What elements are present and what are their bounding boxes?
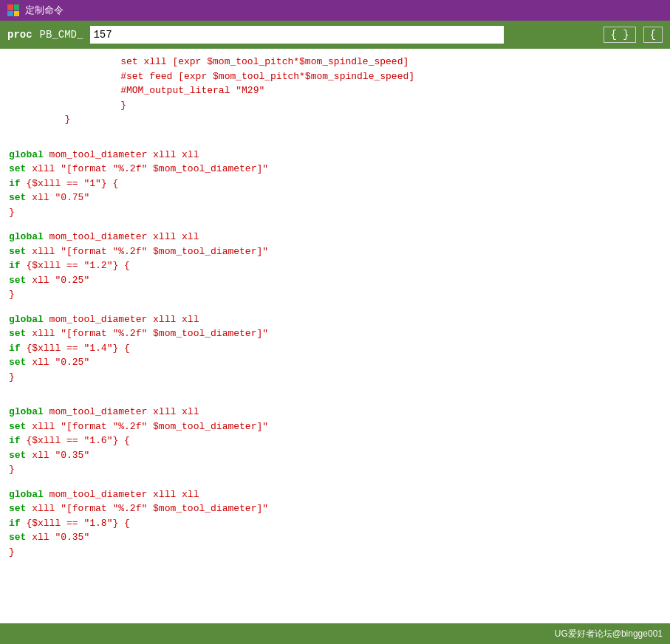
code-editor[interactable]: set xlll [expr $mom_tool_pitch*$mom_spin… [0,49,670,623]
code-line-empty [9,384,661,394]
code-line: global mom_tool_diameter xlll xll [9,312,661,327]
code-line: set xll "0.25" [9,355,661,370]
toolbar: proc PB_CMD_ { } { [0,21,670,49]
code-line: set xll "0.25" [9,273,661,288]
title-bar: 定制命令 [0,0,670,21]
code-line: global mom_tool_diameter xlll xll [9,487,661,502]
code-line: set xlll [expr $mom_tool_pitch*$mom_spin… [9,55,661,69]
open-brace-button[interactable]: { [643,27,663,43]
code-line-empty [9,302,661,312]
code-line: set xlll "[format "%.2f" $mom_tool_diame… [9,244,661,259]
code-line-empty [9,477,661,487]
code-line: global mom_tool_diameter xlll xll [9,148,661,162]
code-line: } [9,462,661,477]
code-line: if {$xlll == "1.8"} { [9,516,661,531]
cmd-input[interactable] [90,26,504,44]
code-line: global mom_tool_diameter xlll xll [9,230,661,244]
status-bar: UG爱好者论坛@bingge001 [0,623,670,644]
code-line: } [9,112,661,127]
code-line: set xlll "[format "%.2f" $mom_tool_diame… [9,501,661,516]
code-line: set xlll "[format "%.2f" $mom_tool_diame… [9,326,661,341]
title-text: 定制命令 [25,4,64,17]
code-line: set xll "0.35" [9,448,661,463]
pb-cmd-label: PB_CMD_ [40,29,83,41]
code-line: } [9,205,661,220]
code-line: if {$xlll == "1.6"} { [9,434,661,448]
proc-label: proc [7,29,33,41]
code-line: if {$xlll == "1.4"} { [9,341,661,356]
code-line: } [9,98,661,113]
code-line: set xll "0.75" [9,191,661,205]
status-text: UG爱好者论坛@bingge001 [555,628,663,640]
braces-button[interactable]: { } [604,27,635,43]
code-line-empty [9,127,661,137]
code-line: #set feed [expr $mom_tool_pitch*$mom_spi… [9,69,661,84]
app-icon [6,3,21,18]
code-line-empty [9,394,661,405]
code-line: set xll "0.35" [9,530,661,545]
code-line: global mom_tool_diameter xlll xll [9,405,661,419]
code-line: } [9,370,661,385]
code-line: } [9,545,661,560]
code-line: if {$xlll == "1"} { [9,177,661,191]
code-line: } [9,287,661,302]
code-line: set xlll "[format "%.2f" $mom_tool_diame… [9,162,661,177]
code-line: if {$xlll == "1.2"} { [9,258,661,273]
code-line-empty [9,137,661,148]
code-line-empty [9,219,661,230]
code-line: set xlll "[format "%.2f" $mom_tool_diame… [9,419,661,434]
code-line: #MOM_output_literal "M29" [9,83,661,98]
